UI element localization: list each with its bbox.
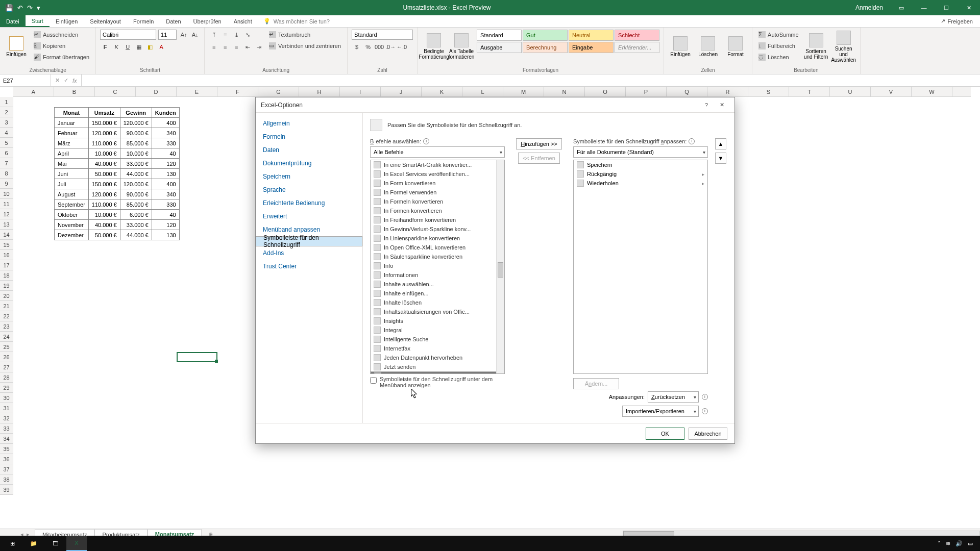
table-cell[interactable]: Juli <box>55 179 89 189</box>
command-item[interactable]: In Formeln konvertieren <box>371 197 504 206</box>
table-cell[interactable]: Mai <box>55 159 89 169</box>
table-cell[interactable]: 50.000 € <box>88 169 120 179</box>
qat-item[interactable]: Rückgängig▸ <box>574 169 707 179</box>
col-header[interactable]: D <box>136 87 177 96</box>
table-cell[interactable]: 330 <box>152 199 179 210</box>
format-painter-button[interactable]: 🖌Format übertragen <box>32 52 91 62</box>
col-header[interactable]: N <box>544 87 585 96</box>
italic-button[interactable]: K <box>111 42 121 52</box>
cancel-edit-icon[interactable]: ✕ <box>55 77 60 84</box>
style-erklarender[interactable]: Erklärender... <box>615 42 659 53</box>
currency-icon[interactable]: $ <box>352 42 362 52</box>
row-header[interactable]: 37 <box>0 464 13 474</box>
row-header[interactable]: 38 <box>0 474 13 485</box>
options-category[interactable]: Daten <box>256 143 362 157</box>
row-header[interactable]: 9 <box>0 179 13 189</box>
underline-button[interactable]: U <box>122 42 133 52</box>
sign-in-link[interactable]: Anmelden <box>848 4 890 11</box>
table-cell[interactable]: 85.000 € <box>120 199 152 210</box>
dialog-close-button[interactable]: ✕ <box>714 102 729 108</box>
row-header[interactable]: 24 <box>0 332 13 342</box>
table-cell[interactable]: 90.000 € <box>120 128 152 138</box>
orientation-icon[interactable]: ⤡ <box>242 30 253 40</box>
fx-icon[interactable]: fx <box>72 78 77 84</box>
row-header[interactable]: 20 <box>0 291 13 301</box>
col-header[interactable]: R <box>707 87 748 96</box>
row-header[interactable]: 30 <box>0 393 13 403</box>
table-cell[interactable]: 44.000 € <box>120 230 152 240</box>
style-gut[interactable]: Gut <box>523 30 568 41</box>
command-item[interactable]: In Freihandform konvertieren <box>371 215 504 224</box>
options-category[interactable]: Symbolleiste für den Schnellzugriff <box>256 236 362 246</box>
col-header[interactable]: J <box>381 87 422 96</box>
command-item[interactable]: In Gewinn/Verlust-Sparkline konv... <box>371 224 504 234</box>
command-item[interactable]: Inhalte löschen <box>371 298 504 307</box>
table-cell[interactable]: 130 <box>152 230 179 240</box>
table-cell[interactable]: 40 <box>152 148 179 159</box>
decrease-indent-icon[interactable]: ⇤ <box>242 42 253 52</box>
tray-network-icon[interactable]: ≋ <box>946 540 950 547</box>
table-cell[interactable]: 33.000 € <box>120 159 152 169</box>
align-bottom-icon[interactable]: ⤓ <box>231 30 241 40</box>
row-header[interactable]: 10 <box>0 189 13 199</box>
increase-indent-icon[interactable]: ⇥ <box>254 42 264 52</box>
qat-item[interactable]: Speichern <box>574 160 707 169</box>
windows-taskbar[interactable]: ⊞ 📁 🗔 X ˄ ≋ 🔊 ▭ <box>0 536 980 551</box>
command-item[interactable]: Inhalte auswählen... <box>371 280 504 289</box>
row-header[interactable]: 31 <box>0 403 13 413</box>
column-headers[interactable]: ABCDEFGHIJKLMNOPQRSTUVW <box>13 87 971 97</box>
ribbon-display-options-icon[interactable]: ▭ <box>890 0 913 15</box>
options-category[interactable]: Trust Center <box>256 260 362 273</box>
dialog-help-button[interactable]: ? <box>699 102 714 108</box>
show-below-ribbon-checkbox[interactable]: Symbolleiste für den Schnellzugriff unte… <box>370 376 498 388</box>
command-item[interactable]: Internetfax <box>371 344 504 353</box>
table-cell[interactable]: 150.000 € <box>88 118 120 128</box>
tab-review[interactable]: Überprüfen <box>187 15 228 27</box>
row-header[interactable]: 26 <box>0 352 13 362</box>
table-cell[interactable]: 150.000 € <box>88 179 120 189</box>
command-item[interactable]: In Open Office-XML konvertieren <box>371 243 504 252</box>
command-item[interactable]: Informationen▸ <box>371 270 504 280</box>
qat-save-icon[interactable]: 💾 <box>5 4 13 12</box>
commands-scroll-thumb[interactable] <box>498 262 503 278</box>
thousands-icon[interactable]: 000 <box>374 42 384 52</box>
row-header[interactable]: 1 <box>0 97 13 107</box>
table-cell[interactable]: 400 <box>152 179 179 189</box>
row-header[interactable]: 16 <box>0 250 13 260</box>
delete-cells-button[interactable]: Löschen <box>696 30 720 63</box>
table-cell[interactable]: 400 <box>152 118 179 128</box>
row-header[interactable]: 36 <box>0 454 13 464</box>
row-header[interactable]: 35 <box>0 444 13 454</box>
command-item[interactable]: In Excel Services veröffentlichen... <box>371 169 504 179</box>
align-top-icon[interactable]: ⤒ <box>209 30 219 40</box>
format-cells-button[interactable]: Format <box>723 30 748 63</box>
move-down-button[interactable]: ▼ <box>715 153 726 164</box>
table-cell[interactable]: 120.000 € <box>120 179 152 189</box>
row-headers[interactable]: 1234567891011121314151617181920212223242… <box>0 97 13 495</box>
options-category[interactable]: Allgemein <box>256 117 362 130</box>
increase-font-icon[interactable]: A↑ <box>179 30 189 40</box>
table-cell[interactable]: 90.000 € <box>120 189 152 199</box>
table-cell[interactable]: 44.000 € <box>120 169 152 179</box>
font-name-select[interactable]: Calibri <box>100 30 156 40</box>
decrease-decimal-icon[interactable]: ←.0 <box>397 42 407 52</box>
command-item[interactable]: Info <box>371 261 504 270</box>
col-header[interactable]: M <box>503 87 544 96</box>
row-header[interactable]: 2 <box>0 107 13 117</box>
tab-data[interactable]: Daten <box>160 15 187 27</box>
table-cell[interactable]: 120 <box>152 220 179 230</box>
command-item[interactable]: Kamera <box>371 371 504 374</box>
row-header[interactable]: 25 <box>0 342 13 352</box>
taskbar-app-icon[interactable]: 🗔 <box>45 536 65 551</box>
cut-button[interactable]: ✂Ausschneiden <box>32 30 91 40</box>
table-cell[interactable]: September <box>55 199 89 210</box>
info-icon[interactable]: i <box>689 138 695 144</box>
command-item[interactable]: In Liniensparkline konvertieren <box>371 234 504 243</box>
table-cell[interactable]: 10.000 € <box>88 148 120 159</box>
table-cell[interactable]: 120.000 € <box>120 118 152 128</box>
row-header[interactable]: 18 <box>0 270 13 281</box>
table-cell[interactable]: 10.000 € <box>88 210 120 220</box>
number-format-select[interactable]: Standard <box>352 30 413 40</box>
merge-center-button[interactable]: ▭Verbinden und zentrieren <box>267 41 343 51</box>
col-header[interactable]: L <box>462 87 503 96</box>
